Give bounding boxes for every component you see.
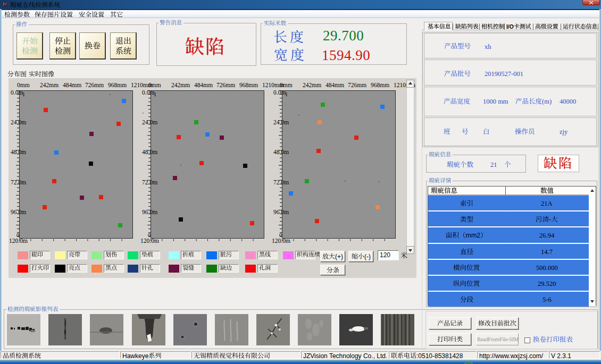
svg-text:JZVision Technology Co., Ltd.: JZVision Technology Co., Ltd. [303,352,387,359]
svg-text:21A: 21A [541,200,553,207]
svg-text:40000: 40000 [560,98,576,105]
svg-text:-: - [549,216,551,223]
svg-text:zjy: zjy [560,128,568,136]
svg-text:29.520: 29.520 [538,280,556,287]
svg-text::0510-85381428: :0510-85381428 [416,352,463,359]
svg-text:120: 120 [380,251,390,259]
svg-text:500.000: 500.000 [536,264,558,272]
svg-text:26.94: 26.94 [539,232,555,239]
svg-text:21: 21 [490,161,497,168]
svg-text:1000 mm: 1000 mm [483,98,508,105]
svg-text:(m): (m) [542,98,552,105]
svg-text:xh: xh [485,43,491,50]
svg-text:20190527-001: 20190527-001 [485,70,523,78]
svg-text:http://www.wxjzsj.com/: http://www.wxjzsj.com/ [479,352,544,359]
svg-text:V 2.3.1: V 2.3.1 [551,352,571,359]
svg-text:5-6: 5-6 [542,296,552,303]
svg-text:(+): (+) [335,253,343,260]
svg-text:Hawkeye: Hawkeye [122,352,149,359]
svg-text:14.7: 14.7 [541,248,553,256]
svg-text:(-): (-) [364,253,371,260]
svg-text:mm2: mm2 [466,232,481,239]
